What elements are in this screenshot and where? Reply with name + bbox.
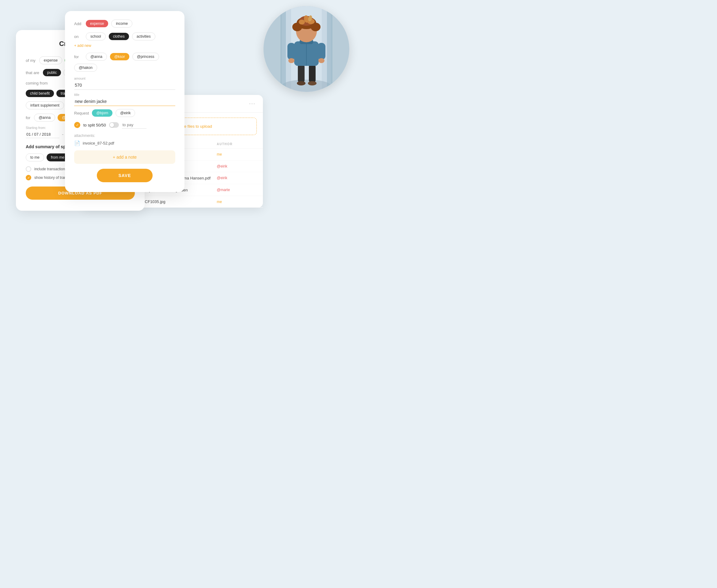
income-type-tag[interactable]: income <box>111 20 132 27</box>
of-my-label: of my <box>26 58 36 63</box>
for-anna-tag[interactable]: @anna <box>34 113 55 122</box>
public-tag[interactable]: public <box>43 69 61 76</box>
add-type-row: Add expense income <box>74 20 175 27</box>
svg-point-3 <box>282 80 331 92</box>
to-me-tag[interactable]: to me <box>26 153 44 161</box>
starting-from-label: Starting from: <box>26 126 59 129</box>
file-name-5: DSCF1035.jpg <box>139 200 217 204</box>
activities-tag[interactable]: activities <box>132 33 155 40</box>
svg-point-16 <box>319 58 325 63</box>
save-button[interactable]: SAVE <box>97 169 152 182</box>
start-date-group: Starting from: <box>26 126 59 138</box>
file-author-4: @marte <box>217 188 256 192</box>
to-pay-input[interactable] <box>122 121 146 129</box>
col-author: AUTHOR <box>217 142 256 146</box>
split-label: to split 50/50 <box>83 123 106 127</box>
for-expense-label: for <box>74 55 83 59</box>
expense-tag[interactable]: expense <box>39 56 62 64</box>
include-checkbox[interactable] <box>26 166 31 172</box>
attachment-doc-icon: 📄 <box>74 140 80 146</box>
clothes-tag[interactable]: clothes <box>109 33 129 40</box>
start-date-input[interactable] <box>26 131 59 138</box>
request-label: Request <box>74 111 89 115</box>
attachment-filename: invoice_87-52.pdf <box>83 141 114 145</box>
request-row: Request @bjorn @eirik <box>74 109 175 117</box>
svg-point-8 <box>297 81 306 85</box>
svg-point-15 <box>288 58 294 63</box>
on-label: on <box>74 34 83 39</box>
date-separator: - <box>62 132 63 137</box>
child-illustration <box>264 6 349 92</box>
attachment-item: 📄 invoice_87-52.pdf <box>74 140 175 146</box>
child-photo-inner <box>264 6 349 92</box>
for-expense-princess[interactable]: @princess <box>132 53 159 61</box>
add-new-category[interactable]: + add new <box>74 43 91 48</box>
add-expense-card: Add expense income on school clothes act… <box>65 11 184 192</box>
on-row: on school clothes activities + add new <box>74 33 175 48</box>
split-row: to split 50/50 <box>74 121 175 129</box>
for-expense-anna[interactable]: @anna <box>86 53 107 61</box>
for-expense-row: for @anna @ksor @princess @hakon <box>74 53 175 72</box>
amount-field-row: amount <box>74 77 175 90</box>
request-bjorn-tag[interactable]: @bjorn <box>92 109 112 117</box>
coming-from-label: coming from <box>26 81 48 85</box>
svg-rect-5 <box>327 6 332 92</box>
for-label: for <box>26 115 30 120</box>
for-expense-hakon[interactable]: @hakon <box>74 64 97 72</box>
attachments-label: attachments: <box>74 133 175 138</box>
amount-input[interactable] <box>74 81 175 90</box>
add-note-button[interactable]: + add a note <box>74 150 175 164</box>
add-label: Add <box>74 21 83 26</box>
file-author-2: @eirik <box>217 164 256 168</box>
file-author-5: me <box>217 200 256 204</box>
show-history-checkbox[interactable] <box>26 175 31 181</box>
that-are-label: that are <box>26 70 39 75</box>
title-field-row: title <box>74 93 175 106</box>
title-label: title <box>74 93 175 97</box>
school-tag[interactable]: school <box>86 33 106 40</box>
svg-rect-13 <box>287 43 295 60</box>
files-menu-dots[interactable]: ··· <box>249 101 255 107</box>
infant-supplement-tag[interactable]: infant supplement <box>26 101 64 109</box>
child-benefit-tag[interactable]: child benefit <box>26 90 54 97</box>
for-expense-ksor[interactable]: @ksor <box>110 53 129 60</box>
split-check[interactable] <box>74 122 80 128</box>
request-eirik-tag[interactable]: @eirik <box>116 109 135 117</box>
svg-rect-4 <box>280 6 286 92</box>
child-photo <box>264 6 349 92</box>
split-toggle[interactable] <box>109 122 119 128</box>
svg-point-9 <box>308 81 316 85</box>
file-author-3: @eirik <box>217 176 256 180</box>
svg-rect-14 <box>317 43 325 60</box>
file-author-1: me <box>217 152 256 156</box>
svg-rect-7 <box>309 64 315 83</box>
amount-label: amount <box>74 77 175 80</box>
svg-rect-6 <box>298 64 305 83</box>
svg-point-23 <box>299 20 305 24</box>
expense-type-tag[interactable]: expense <box>86 20 108 27</box>
title-input[interactable] <box>74 97 175 106</box>
